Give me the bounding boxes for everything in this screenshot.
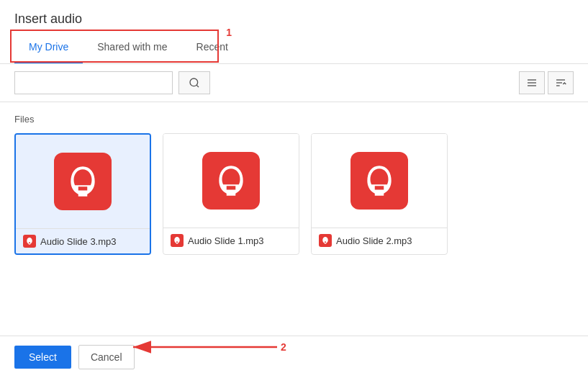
svg-line-1 — [196, 85, 199, 87]
audio-small-icon-1 — [23, 235, 36, 248]
file-footer-1: Audio Slide 3.mp3 — [16, 228, 150, 253]
file-name-1: Audio Slide 3.mp3 — [40, 236, 117, 247]
svg-rect-2 — [528, 79, 536, 80]
tab-my-drive[interactable]: My Drive — [14, 32, 83, 63]
tab-shared-with-me[interactable]: Shared with me — [83, 32, 181, 63]
file-footer-3: Audio Slide 2.mp3 — [312, 228, 447, 253]
svg-point-0 — [190, 78, 198, 86]
file-name-3: Audio Slide 2.mp3 — [336, 235, 412, 246]
files-section-label: Files — [14, 114, 574, 125]
tabs-wrapper: 1 My Drive Shared with me Recent — [0, 32, 588, 64]
list-view-button[interactable] — [519, 71, 545, 94]
sort-icon — [555, 77, 566, 89]
svg-rect-3 — [528, 82, 536, 83]
tabs-container: My Drive Shared with me Recent — [14, 32, 574, 63]
dialog-title: Insert audio — [0, 0, 588, 32]
audio-small-icon-2 — [171, 234, 184, 247]
file-preview-3 — [312, 134, 447, 228]
view-controls — [519, 71, 574, 94]
file-card-1[interactable]: Audio Slide 3.mp3 — [14, 133, 151, 255]
file-card-3[interactable]: Audio Slide 2.mp3 — [311, 133, 448, 255]
dialog-footer: Select Cancel 2 — [0, 336, 588, 378]
content-area: Files Audio Slide — [0, 102, 588, 336]
audio-large-icon-3 — [350, 152, 408, 210]
search-input[interactable] — [14, 71, 173, 94]
svg-rect-4 — [528, 85, 536, 86]
file-preview-2 — [163, 134, 299, 228]
select-button[interactable]: Select — [14, 346, 71, 369]
file-preview-1 — [16, 135, 150, 228]
file-name-2: Audio Slide 1.mp3 — [188, 235, 264, 246]
audio-small-icon-3 — [319, 234, 332, 247]
cancel-button[interactable]: Cancel — [78, 345, 135, 369]
search-bar — [0, 64, 588, 102]
tab-recent[interactable]: Recent — [182, 32, 243, 63]
search-icon — [189, 77, 200, 89]
list-view-icon — [526, 77, 538, 89]
files-grid: Audio Slide 3.mp3 — [14, 133, 574, 255]
audio-large-icon-2 — [202, 152, 260, 210]
audio-large-icon-1 — [54, 153, 112, 210]
search-button[interactable] — [178, 71, 210, 94]
insert-audio-dialog: Insert audio 1 My Drive Shared with me R… — [0, 0, 588, 378]
grid-view-button[interactable] — [548, 71, 574, 94]
file-footer-2: Audio Slide 1.mp3 — [163, 228, 299, 253]
svg-text:2: 2 — [281, 341, 286, 353]
file-card-2[interactable]: Audio Slide 1.mp3 — [163, 133, 299, 255]
